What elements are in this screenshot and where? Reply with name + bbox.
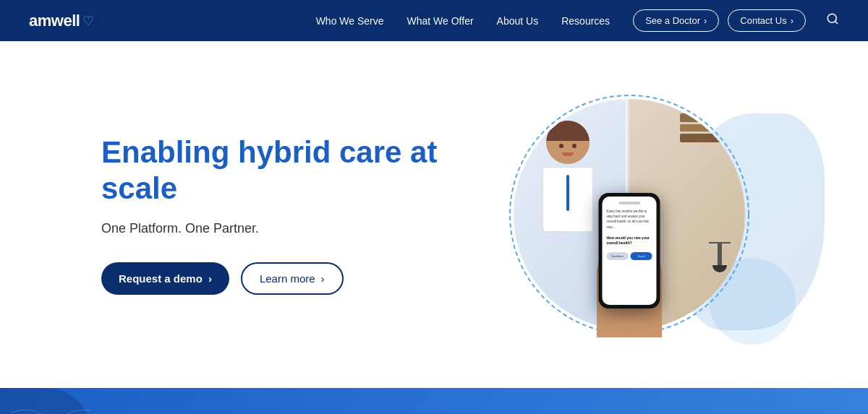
nav-item-resources[interactable]: Resources — [561, 14, 610, 27]
phone-text: Every few months we like to step back an… — [607, 209, 652, 230]
wave-svg — [4, 399, 90, 414]
below-section: Beyond telehealth The Amwell Converge pl… — [0, 388, 868, 414]
contact-us-arrow-icon: › — [791, 15, 793, 26]
phone-screen: Every few months we like to step back an… — [603, 197, 657, 305]
request-demo-label: Request a demo — [119, 272, 203, 285]
search-icon[interactable] — [826, 12, 839, 29]
learn-more-arrow-icon: › — [321, 272, 325, 285]
nav-link-resources[interactable]: Resources — [561, 15, 610, 27]
hero-content: Enabling hybrid care at scale One Platfo… — [101, 134, 448, 296]
nav-item-what-we-offer[interactable]: What We Offer — [407, 14, 474, 27]
nav-item-about-us[interactable]: About Us — [497, 14, 539, 27]
hero-buttons: Request a demo › Learn more › — [101, 262, 448, 295]
hero-title: Enabling hybrid care at scale — [101, 134, 448, 207]
see-doctor-arrow-icon: › — [704, 15, 707, 26]
phone-action-buttons: Excellent Good — [607, 252, 652, 260]
contact-us-label: Contact Us — [740, 15, 786, 26]
logo[interactable]: amwell ♡ — [29, 12, 94, 30]
hero-image-area: Every few months we like to step back an… — [448, 70, 810, 359]
logo-text: amwell — [29, 12, 80, 30]
logo-heart-icon: ♡ — [82, 13, 94, 29]
phone-good-btn: Good — [631, 252, 652, 260]
hero-circle-composite: Every few months we like to step back an… — [506, 92, 752, 337]
wave-decoration — [4, 399, 90, 414]
nav-link-about-us[interactable]: About Us — [497, 15, 539, 27]
nav-link-who-we-serve[interactable]: Who We Serve — [316, 15, 384, 27]
phone-notch — [618, 202, 640, 204]
nav-links: Who We Serve What We Offer About Us Reso… — [316, 14, 610, 27]
request-demo-arrow-icon: › — [208, 272, 212, 285]
lamp-decoration — [709, 242, 731, 272]
navbar: amwell ♡ Who We Serve What We Offer Abou… — [0, 0, 868, 41]
hand-phone-overlay: Every few months we like to step back an… — [564, 150, 694, 337]
phone-question: How would you rate your overall health? — [607, 236, 652, 246]
nav-item-who-we-serve[interactable]: Who We Serve — [316, 14, 384, 27]
learn-more-label: Learn more — [260, 272, 315, 285]
see-doctor-label: See a Doctor — [645, 15, 700, 26]
nav-link-what-we-offer[interactable]: What We Offer — [407, 15, 474, 27]
phone-device: Every few months we like to step back an… — [599, 193, 660, 309]
see-doctor-button[interactable]: See a Doctor › — [633, 9, 719, 32]
nav-buttons: See a Doctor › Contact Us › — [633, 9, 839, 32]
svg-line-1 — [835, 21, 837, 23]
hero-subtitle: One Platform. One Partner. — [101, 221, 448, 236]
learn-more-button[interactable]: Learn more › — [241, 262, 344, 295]
contact-us-button[interactable]: Contact Us › — [728, 9, 806, 32]
request-demo-button[interactable]: Request a demo › — [101, 262, 229, 295]
hero-section: Enabling hybrid care at scale One Platfo… — [0, 41, 868, 388]
phone-excellent-btn: Excellent — [607, 252, 629, 260]
